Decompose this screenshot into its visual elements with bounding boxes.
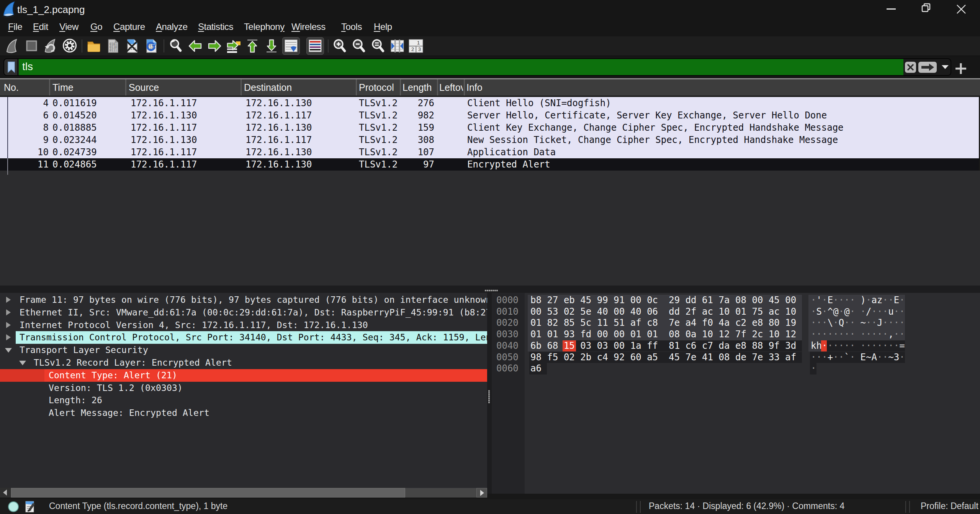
hex-byte[interactable]: 02 <box>564 306 575 318</box>
hex-byte[interactable]: 98 <box>530 352 542 363</box>
ascii-char[interactable]: · <box>811 306 816 318</box>
hex-byte[interactable]: 61 <box>702 295 713 306</box>
menu-statistics[interactable]: Statistics <box>198 18 233 36</box>
ascii-char[interactable]: E <box>894 295 899 306</box>
vertical-splitter[interactable] <box>487 293 492 494</box>
ascii-char[interactable]: · <box>888 317 893 329</box>
packet-row-9[interactable]: 90.023244172.16.1.130172.16.1.117TLSv1.2… <box>0 134 979 146</box>
ascii-char[interactable]: · <box>860 340 865 352</box>
ascii-char[interactable]: · <box>883 352 888 363</box>
hex-byte[interactable]: 3d <box>785 340 796 352</box>
hex-byte[interactable]: a6 <box>530 363 542 374</box>
hex-byte[interactable]: 00 <box>752 295 763 306</box>
ascii-char[interactable]: · <box>839 306 844 318</box>
ascii-char[interactable]: · <box>822 340 827 352</box>
column-separator[interactable] <box>400 79 401 95</box>
zoom-out-button[interactable] <box>352 38 367 54</box>
ascii-char[interactable]: · <box>866 329 871 340</box>
ascii-char[interactable]: · <box>850 317 855 329</box>
maximize-restore-button[interactable] <box>917 0 935 18</box>
hex-byte[interactable]: 40 <box>597 306 608 318</box>
filter-add-button[interactable] <box>955 62 967 75</box>
column-header-length[interactable]: Length <box>402 79 435 95</box>
hex-byte[interactable]: e8 <box>735 340 746 352</box>
display-filter-input[interactable]: tls <box>3 58 951 76</box>
hex-byte[interactable]: 40 <box>630 306 641 318</box>
restart-capture-button[interactable] <box>43 38 58 54</box>
hex-byte[interactable]: dd <box>686 295 697 306</box>
collapse-arrow-icon[interactable] <box>19 361 26 365</box>
ascii-char[interactable]: · <box>883 329 888 340</box>
ascii-char[interactable]: · <box>883 340 888 352</box>
ascii-char[interactable]: · <box>850 329 855 340</box>
ascii-char[interactable]: · <box>894 317 899 329</box>
hex-byte[interactable]: 00 <box>530 306 542 318</box>
horizontal-splitter[interactable] <box>0 286 980 293</box>
ascii-char[interactable]: · <box>877 352 882 363</box>
hex-byte[interactable]: 7e <box>669 317 680 329</box>
ascii-char[interactable]: , <box>888 329 893 340</box>
ascii-char[interactable]: Q <box>839 317 844 329</box>
ascii-char[interactable]: ~ <box>860 317 865 329</box>
ascii-char[interactable]: a <box>872 295 877 306</box>
hex-byte[interactable]: a4 <box>686 317 697 329</box>
hex-byte[interactable]: 0c <box>647 295 658 306</box>
save-file-button[interactable]: 0101 0110 0111 <box>105 38 121 54</box>
hex-byte[interactable]: f0 <box>702 317 713 329</box>
ascii-char[interactable]: ~ <box>888 352 893 363</box>
hex-byte[interactable]: 7f <box>735 329 746 340</box>
resize-all-columns-button[interactable]: 1 2 3 <box>407 38 423 54</box>
hex-byte[interactable]: af <box>630 317 641 329</box>
scroll-left-button[interactable] <box>0 488 11 498</box>
ascii-char[interactable]: @ <box>844 306 849 318</box>
column-separator[interactable] <box>464 79 465 95</box>
hex-byte[interactable]: 93 <box>564 329 575 340</box>
filter-history-dropdown[interactable] <box>942 65 949 69</box>
ascii-char[interactable]: · <box>839 352 844 363</box>
hex-byte[interactable]: 60 <box>630 352 641 363</box>
filter-bookmark-button[interactable] <box>4 59 18 75</box>
hex-byte[interactable]: 01 <box>530 317 542 329</box>
hex-byte[interactable]: 10 <box>785 306 796 318</box>
ascii-char[interactable]: ` <box>844 352 849 363</box>
column-header-info[interactable]: Info <box>466 79 578 95</box>
ascii-char[interactable]: · <box>899 329 905 340</box>
find-packet-button[interactable] <box>169 38 184 54</box>
hex-byte[interactable]: 91 <box>614 295 625 306</box>
ascii-char[interactable]: · <box>877 340 882 352</box>
ascii-char[interactable]: · <box>828 340 833 352</box>
ascii-char[interactable]: J <box>877 317 882 329</box>
ascii-char[interactable]: · <box>866 340 871 352</box>
hex-byte[interactable]: 03 <box>597 340 608 352</box>
expand-arrow-icon[interactable] <box>6 322 11 328</box>
ascii-char[interactable]: · <box>844 340 849 352</box>
hex-byte[interactable]: 02 <box>564 352 575 363</box>
hex-byte[interactable]: e8 <box>752 317 763 329</box>
ascii-char[interactable]: · <box>883 317 888 329</box>
hex-byte[interactable]: 00 <box>630 295 641 306</box>
filter-field[interactable]: tls <box>19 59 903 75</box>
colorize-packets-button[interactable] <box>306 37 324 55</box>
hex-byte[interactable]: ac <box>702 306 713 318</box>
ascii-char[interactable]: / <box>866 306 871 318</box>
menu-go[interactable]: Go <box>90 18 102 36</box>
ascii-char[interactable]: E <box>828 295 833 306</box>
ascii-char[interactable]: · <box>811 329 816 340</box>
ascii-char[interactable]: ^ <box>828 306 833 318</box>
go-to-packet-button[interactable] <box>225 38 241 54</box>
ascii-char[interactable]: · <box>894 306 899 318</box>
reload-file-button[interactable]: 101 110 <box>144 38 159 54</box>
ascii-char[interactable]: · <box>872 329 877 340</box>
hex-byte[interactable]: 00 <box>614 306 625 318</box>
hex-byte[interactable]: dd <box>669 306 680 318</box>
hex-byte[interactable]: 45 <box>769 295 780 306</box>
ascii-char[interactable]: · <box>899 317 905 329</box>
hex-byte[interactable]: c2 <box>735 317 746 329</box>
hex-byte[interactable]: 08 <box>719 352 730 363</box>
expert-info-indicator[interactable] <box>8 501 19 512</box>
ascii-char[interactable]: ) <box>860 295 865 306</box>
hex-byte[interactable]: 2b <box>580 352 591 363</box>
ascii-char[interactable]: · <box>883 306 888 318</box>
packet-row-11[interactable]: 110.024865172.16.1.117172.16.1.130TLSv1.… <box>0 158 979 171</box>
detail-row[interactable]: Transport Layer Security <box>0 344 487 356</box>
